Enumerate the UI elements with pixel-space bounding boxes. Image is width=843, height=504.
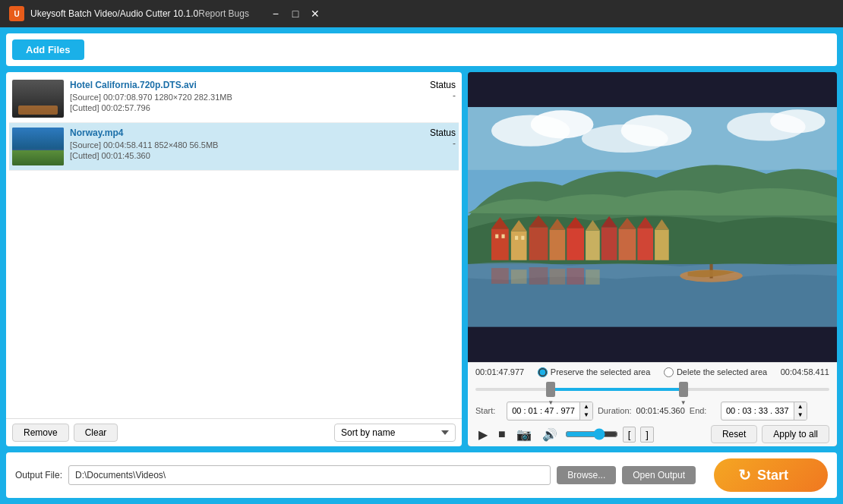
start-time-input[interactable] [507, 404, 579, 417]
start-button[interactable]: ↻ Start [714, 458, 828, 492]
file-status-label-0: Status [395, 80, 456, 90]
file-cutted-0: [Cutted] 00:02:57.796 [70, 103, 395, 112]
remove-button[interactable]: Remove [12, 424, 69, 442]
svg-rect-19 [586, 230, 600, 260]
svg-rect-13 [529, 227, 548, 260]
file-status-label-1: Status [395, 128, 456, 138]
volume-slider[interactable] [565, 428, 618, 440]
clear-button[interactable]: Clear [74, 424, 118, 442]
file-source-0: [Source] 00:07:08.970 1280×720 282.31MB [70, 93, 395, 102]
svg-rect-31 [515, 236, 518, 240]
titlebar-title: Ukeysoft Batch Video/Audio Cutter 10.1.0 [30, 8, 198, 19]
close-button[interactable]: ✕ [307, 5, 324, 22]
delete-radio[interactable] [664, 367, 674, 377]
delete-radio-group: Delete the selected area [664, 367, 767, 377]
file-status-col-1: Status - [395, 128, 456, 149]
app-logo: U [9, 6, 24, 21]
svg-rect-27 [655, 229, 669, 260]
source-info-1: 00:04:58.411 852×480 56.5MB [103, 140, 218, 150]
titlebar: U Ukeysoft Batch Video/Audio Cutter 10.1… [0, 0, 843, 27]
start-time-up[interactable]: ▲ [580, 402, 592, 411]
add-files-button[interactable]: Add Files [12, 39, 84, 60]
svg-rect-11 [511, 232, 527, 260]
file-name-0: Hotel California.720p.DTS.avi [70, 80, 395, 90]
bracket-right-button[interactable]: ] [640, 427, 654, 443]
end-time-spinners: ▲ ▼ [794, 402, 807, 420]
file-item-1[interactable]: Norway.mp4 [Source] 00:04:58.411 852×480… [9, 123, 459, 171]
apply-all-button[interactable]: Apply to all [762, 425, 829, 443]
svg-rect-38 [567, 268, 584, 285]
cutted-info-0: 00:02:57.796 [102, 103, 150, 112]
volume-button[interactable]: 🔊 [539, 426, 560, 443]
end-time-input-group: ▲ ▼ [721, 402, 807, 421]
end-time-marker: 00:04:58.411 [781, 367, 829, 376]
file-source-1: [Source] 00:04:58.411 852×480 56.5MB [70, 140, 395, 150]
start-time-down[interactable]: ▼ [580, 411, 592, 420]
file-thumbnail-1 [12, 128, 64, 165]
svg-rect-39 [586, 269, 600, 285]
play-button[interactable]: ▶ [475, 426, 491, 443]
time-inputs: Start: ▲ ▼ Duration: 00:01:45.360 End: [475, 402, 829, 421]
svg-rect-37 [550, 269, 566, 285]
timeline-selected [546, 388, 687, 391]
maximize-button[interactable]: □ [287, 5, 304, 22]
file-list: Hotel California.720p.DTS.avi [Source] 0… [6, 72, 462, 418]
svg-rect-23 [619, 228, 636, 260]
end-time-up[interactable]: ▲ [794, 402, 807, 411]
source-label-0: [Source] [70, 93, 101, 102]
preserve-radio[interactable] [538, 367, 548, 377]
file-panel-bottom: Remove Clear Sort by name Sort by date S… [6, 418, 462, 446]
report-bugs-link[interactable]: Report Bugs [198, 8, 249, 19]
svg-rect-36 [529, 267, 548, 285]
delete-label[interactable]: Delete the selected area [677, 367, 767, 376]
output-label: Output File: [15, 470, 62, 480]
file-status-value-1: - [395, 138, 456, 149]
source-info-0: 00:07:08.970 1280×720 282.31MB [103, 93, 232, 102]
bottom-bar: Output File: Browse... Open Output ↻ Sta… [6, 452, 837, 498]
svg-rect-15 [550, 229, 566, 260]
file-status-col-0: Status - [395, 80, 456, 101]
svg-point-5 [621, 115, 692, 146]
open-output-button[interactable]: Open Output [622, 466, 696, 484]
file-name-1: Norway.mp4 [70, 128, 395, 138]
minimize-button[interactable]: − [267, 5, 284, 22]
duration-label: Duration: [598, 406, 632, 415]
time-markers: 00:01:47.977 Preserve the selected area … [475, 367, 829, 377]
file-item-0[interactable]: Hotel California.720p.DTS.avi [Source] 0… [9, 75, 459, 123]
timeline-handle-start[interactable]: ▲ [546, 382, 555, 397]
end-time-input[interactable] [721, 404, 794, 417]
duration-value: 00:01:45.360 [636, 406, 685, 415]
file-thumbnail-0 [12, 80, 64, 118]
start-time-spinners: ▲ ▼ [579, 402, 592, 420]
screenshot-button[interactable]: 📷 [513, 426, 535, 443]
main-content: Add Files Hotel California.720p.DTS.avi … [0, 27, 843, 504]
source-label-1: [Source] [70, 140, 101, 150]
svg-rect-29 [495, 235, 498, 238]
stop-button[interactable]: ■ [495, 426, 509, 443]
start-time-marker: 00:01:47.977 [475, 367, 524, 376]
svg-rect-35 [511, 269, 527, 284]
svg-rect-30 [501, 235, 504, 238]
video-thumbnail-svg [468, 72, 837, 362]
browse-button[interactable]: Browse... [557, 466, 616, 484]
preserve-label[interactable]: Preserve the selected area [551, 367, 650, 376]
reset-button[interactable]: Reset [711, 425, 757, 443]
bracket-left-button[interactable]: [ [623, 427, 636, 443]
video-panel: 00:01:47.977 Preserve the selected area … [468, 72, 837, 446]
end-label: End: [690, 406, 716, 415]
timeline[interactable]: ▲ ▲ [475, 380, 829, 398]
toolbar: Add Files [6, 33, 837, 66]
start-btn-label: Start [757, 468, 788, 484]
file-cutted-1: [Cutted] 00:01:45.360 [70, 151, 395, 160]
svg-rect-25 [637, 228, 653, 260]
sort-select[interactable]: Sort by name Sort by date Sort by size [334, 424, 456, 442]
preserve-radio-group: Preserve the selected area [538, 367, 650, 377]
cutted-label-0: [Cutted] [70, 103, 99, 112]
timeline-handle-end[interactable]: ▲ [679, 382, 688, 397]
video-preview [468, 72, 837, 362]
svg-rect-21 [601, 227, 617, 260]
cutted-info-1: 00:01:45.360 [102, 151, 150, 160]
output-path-input[interactable] [68, 465, 551, 485]
end-time-down[interactable]: ▼ [794, 411, 807, 420]
cutted-label-1: [Cutted] [70, 151, 99, 160]
